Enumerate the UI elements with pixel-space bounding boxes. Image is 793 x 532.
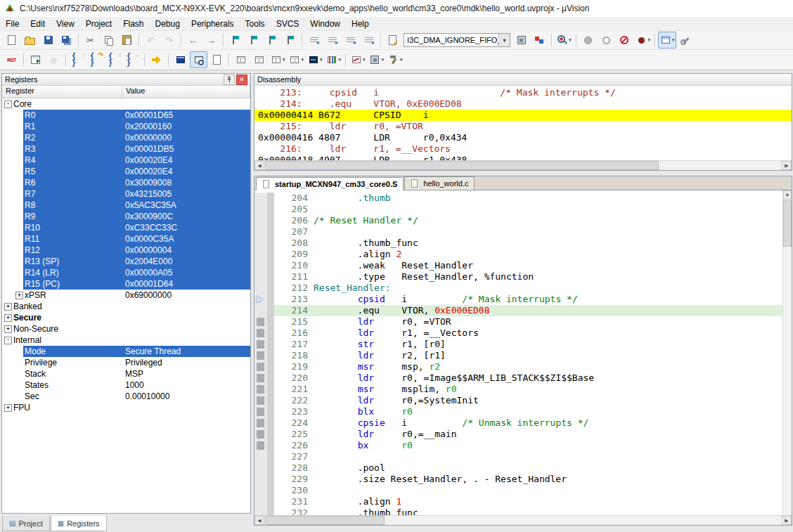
registers-window-button[interactable] (232, 51, 250, 68)
breakpoint-margin[interactable] (254, 462, 267, 474)
trace-windows-button[interactable]: ▾ (349, 51, 367, 68)
register-row-r7[interactable]: R70x43215005 (2, 188, 250, 200)
save-all-button[interactable] (58, 32, 75, 48)
disassembly-line[interactable]: 215: ldr r0, =VTOR (254, 121, 792, 132)
stop-button[interactable]: ⊗ (45, 51, 63, 68)
editor-line[interactable]: 208 .thumb_func (254, 238, 782, 249)
register-row-r3[interactable]: R30x00001DB5 (2, 143, 250, 155)
editor-line[interactable]: 205 (254, 204, 782, 215)
disassembly-line[interactable]: 0x00000418 4907 LDR r1,0x438 (254, 155, 792, 160)
tree-expand-icon[interactable]: + (4, 303, 12, 311)
editor-line[interactable]: 209 .align 2 (254, 249, 782, 260)
register-row-r15-pc[interactable]: R15 (PC)0x00001D64 (2, 278, 250, 290)
register-value[interactable]: 0x20000160 (125, 122, 172, 131)
editor-line[interactable]: 223 blx r0 (254, 406, 782, 417)
register-row-fpu[interactable]: +FPU (2, 402, 250, 413)
editor-line[interactable]: 230 (254, 485, 782, 496)
open-button[interactable] (21, 32, 39, 48)
breakpoint-margin[interactable] (254, 294, 267, 305)
breakpoint-margin[interactable] (254, 372, 267, 384)
editor-line[interactable]: 220 ldr r0, =Image$$ARM_LIB_STACK$$ZI$$B… (254, 372, 782, 384)
register-row-r10[interactable]: R100xC33CC33C (2, 222, 250, 233)
breakpoint-margin[interactable] (254, 283, 267, 294)
scroll-left-button[interactable]: ◀ (254, 161, 264, 170)
breakpoint-margin[interactable] (254, 193, 267, 204)
tree-expand-icon[interactable]: + (15, 292, 23, 299)
editor-line[interactable]: 225 ldr r0,=__main (254, 429, 782, 440)
find-in-files-button[interactable]: ▾ (555, 32, 573, 48)
editor-line[interactable]: 213 cpsid i /* Mask interrupts */ (254, 294, 782, 305)
register-value[interactable]: 0x3000900C (125, 212, 173, 221)
disassembly-hscrollbar[interactable]: ◀ ▶ (254, 160, 792, 170)
menu-tools[interactable]: Tools (240, 18, 271, 30)
watch-windows-button[interactable]: ▾ (269, 51, 287, 68)
scroll-right-button[interactable]: ▶ (782, 161, 792, 170)
register-value[interactable]: 0x000020E4 (125, 167, 172, 176)
editor-line[interactable]: 210 .weak Reset_Handler (254, 260, 782, 271)
register-row-xpsr[interactable]: +xPSR0x69000000 (2, 290, 250, 301)
breakpoint-margin[interactable] (254, 350, 267, 361)
scroll-thumb[interactable] (265, 161, 659, 170)
register-row-r5[interactable]: R50x000020E4 (2, 166, 250, 177)
register-row-states[interactable]: States1000 (2, 379, 250, 391)
register-row-sec[interactable]: Sec0.00010000 (2, 391, 250, 402)
editor-line[interactable]: 219 msr msp, r2 (254, 361, 782, 372)
register-value[interactable]: 0x00000A05 (125, 268, 172, 278)
breakpoint-margin[interactable] (254, 395, 267, 406)
target-select-combo[interactable]: I3C_DMA_IGNORE_FIFO_▾ (404, 33, 510, 47)
tab-hello-world-c[interactable]: hello_world.c (404, 176, 475, 190)
scroll-thumb[interactable] (783, 200, 792, 247)
analysis-windows-button[interactable]: ▾ (325, 51, 343, 68)
call-stack-window-button[interactable] (250, 51, 268, 68)
disassembly-window-button[interactable] (190, 51, 207, 68)
register-value[interactable]: 0x2004E000 (125, 257, 172, 266)
tree-collapse-icon[interactable]: - (4, 100, 12, 108)
run-button[interactable] (27, 51, 44, 68)
editor-line[interactable]: 226 bx r0 (254, 440, 782, 451)
register-value[interactable]: Secure Thread (125, 346, 181, 356)
prev-bookmark-button[interactable] (245, 32, 262, 48)
register-value[interactable]: 1000 (125, 380, 144, 390)
breakpoint-margin[interactable] (254, 384, 267, 395)
register-row-r14-lr[interactable]: R14 (LR)0x00000A05 (2, 267, 250, 278)
breakpoint-margin[interactable] (254, 305, 267, 316)
scroll-right-button[interactable]: ▶ (782, 516, 792, 525)
system-viewer-button[interactable]: ▾ (368, 51, 386, 68)
breakpoint-margin[interactable] (254, 339, 267, 350)
register-row-r13-sp[interactable]: R13 (SP)0x2004E000 (2, 256, 250, 267)
breakpoint-margin[interactable] (254, 271, 267, 283)
breakpoint-margin[interactable] (254, 204, 267, 215)
uncomment-button[interactable] (360, 32, 378, 48)
tree-expand-icon[interactable]: + (4, 325, 12, 333)
editor-line[interactable]: 229 .size Reset_Handler, . - Reset_Handl… (254, 474, 782, 485)
redo-button[interactable]: ↷ (160, 32, 178, 48)
step-button[interactable] (69, 51, 86, 68)
kill-breakpoints-button[interactable] (616, 32, 633, 48)
tab-project[interactable]: ▤Project (2, 516, 50, 531)
step-over-button[interactable] (87, 51, 105, 68)
toolbox-button[interactable]: ▾ (386, 51, 404, 68)
menu-project[interactable]: Project (80, 18, 117, 30)
breakpoint-margin[interactable] (254, 249, 267, 260)
breakpoint-margin[interactable] (254, 316, 267, 327)
clear-bookmarks-button[interactable] (281, 32, 299, 48)
editor-line[interactable]: 216 ldr r1, =__Vectors (254, 327, 782, 339)
disassembly-line[interactable]: 214: .equ VTOR, 0xE000ED08 (254, 98, 792, 110)
editor-line[interactable]: 212Reset_Handler: (254, 283, 782, 294)
nav-forward-button[interactable]: → (202, 32, 220, 48)
breakpoint-margin[interactable] (254, 226, 267, 238)
options-for-target-button[interactable] (531, 32, 548, 48)
register-value[interactable]: 0x00000004 (125, 245, 172, 255)
register-row-r11[interactable]: R110x0000C35A (2, 233, 250, 245)
value-column-header[interactable]: Value (122, 86, 250, 98)
register-value[interactable]: MSP (125, 369, 143, 379)
horizontal-splitter[interactable] (253, 171, 793, 176)
register-value[interactable]: 0xC33CC33C (125, 223, 177, 233)
save-button[interactable] (39, 32, 57, 48)
editor-line[interactable]: 214 .equ VTOR, 0xE000ED08 (254, 305, 782, 316)
editor-line[interactable]: 231 .align 1 (254, 496, 782, 507)
toggle-bookmark-button[interactable] (226, 32, 244, 48)
close-pane-button[interactable]: × (236, 74, 247, 85)
breakpoint-margin[interactable] (254, 361, 267, 372)
breakpoint-margin[interactable] (254, 507, 267, 515)
